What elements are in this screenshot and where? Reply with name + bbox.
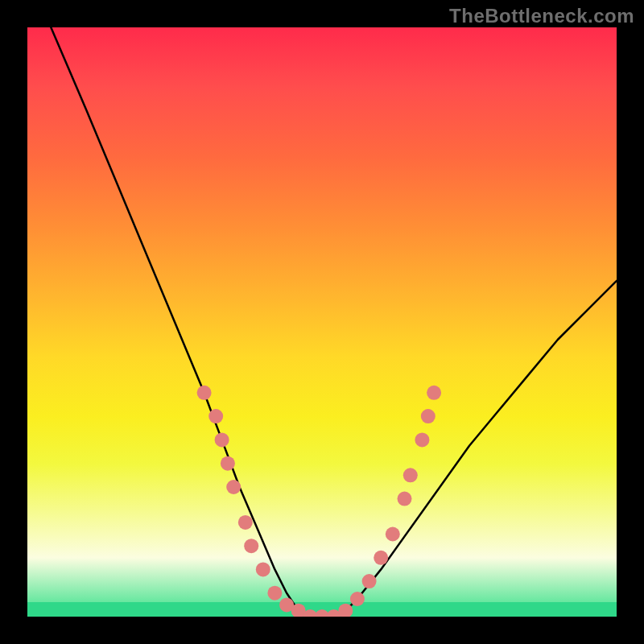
data-point	[197, 386, 212, 400]
data-point	[215, 432, 229, 447]
data-point	[421, 409, 436, 423]
data-point	[208, 409, 223, 423]
data-point	[350, 592, 365, 606]
data-point	[267, 586, 282, 601]
marker-layer	[197, 386, 441, 617]
chart-svg	[27, 27, 617, 617]
chart-plot-area	[27, 27, 617, 617]
data-point	[403, 468, 418, 482]
data-point	[244, 539, 258, 553]
data-point	[374, 551, 388, 565]
bottleneck-curve	[51, 27, 617, 617]
curve-layer	[51, 27, 617, 617]
data-point	[256, 562, 270, 576]
data-point	[238, 515, 253, 530]
data-point	[398, 492, 412, 506]
data-point	[221, 456, 235, 471]
data-point	[386, 527, 400, 542]
brand-watermark: TheBottleneck.com	[449, 5, 634, 27]
data-point	[415, 432, 429, 447]
chart-frame: TheBottleneck.com	[0, 0, 644, 644]
data-point	[427, 386, 441, 400]
data-point	[226, 480, 241, 494]
data-point	[362, 574, 377, 588]
